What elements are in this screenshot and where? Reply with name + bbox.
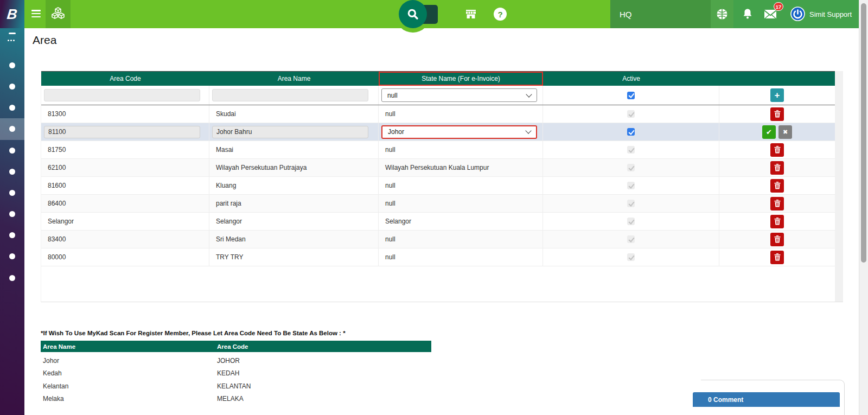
cubes-icon xyxy=(50,6,66,22)
sidebar-more-icon[interactable] xyxy=(8,40,15,41)
mykad-area-name: Kedah xyxy=(41,369,217,377)
new-state-select-value: null xyxy=(387,92,398,99)
mykad-header-area-name: Area Name xyxy=(41,343,217,350)
cell-state-name: null xyxy=(379,105,543,123)
active-checkbox-disabled xyxy=(627,164,635,171)
store-button[interactable] xyxy=(464,8,477,21)
help-button[interactable]: ? xyxy=(494,8,507,21)
cell-area-name: Selangor xyxy=(209,213,379,230)
edit-area-code-input[interactable] xyxy=(44,126,200,138)
modules-button[interactable] xyxy=(46,0,71,28)
sidebar-item-4-active[interactable] xyxy=(9,126,15,132)
new-active-checkbox[interactable] xyxy=(627,92,635,99)
cell-area-name: Masai xyxy=(209,141,379,158)
sidebar-collapse-icon[interactable] xyxy=(9,33,16,34)
mykad-row: Johor JOHOR xyxy=(41,354,431,367)
chevron-down-icon xyxy=(525,127,531,133)
mykad-row: Kedah KEDAH xyxy=(41,367,431,380)
page-scrollbar-thumb[interactable] xyxy=(861,3,866,263)
delete-row-button[interactable] xyxy=(770,107,784,121)
cell-state-name: Wilayah Persekutuan Kuala Lumpur xyxy=(379,159,543,176)
cancel-edit-button[interactable]: ✖ xyxy=(778,125,792,139)
delete-row-button[interactable] xyxy=(770,197,784,210)
brand-letter: B xyxy=(6,6,18,23)
active-checkbox-disabled xyxy=(627,182,635,189)
close-icon: ✖ xyxy=(783,129,788,136)
mykad-row: Kelantan KELANTAN xyxy=(41,380,431,393)
app-window: B xyxy=(0,0,868,415)
sidebar-item-10[interactable] xyxy=(9,253,15,259)
sidebar-item-2[interactable] xyxy=(9,84,15,90)
new-entry-row: null + xyxy=(41,86,835,105)
active-checkbox-disabled xyxy=(627,253,635,261)
user-name[interactable]: Simit Support xyxy=(809,0,852,28)
edit-area-name-input[interactable] xyxy=(212,126,368,138)
page-scrollbar-track[interactable] xyxy=(859,0,868,415)
delete-row-button[interactable] xyxy=(770,233,784,246)
table-row: 80000 TRY TRY null xyxy=(41,248,835,266)
delete-row-button[interactable] xyxy=(770,251,784,264)
table-scrollbar-gutter[interactable] xyxy=(835,71,843,302)
comment-bar[interactable]: 0 Comment xyxy=(693,392,840,407)
table-row-editing: Johor ✔ ✖ xyxy=(41,123,835,141)
active-checkbox-disabled xyxy=(627,200,635,207)
mykad-area-code: KELANTAN xyxy=(217,382,431,390)
delete-row-button[interactable] xyxy=(770,179,784,193)
user-avatar[interactable] xyxy=(790,7,805,21)
plus-icon: + xyxy=(775,90,780,101)
trash-icon xyxy=(774,164,781,171)
table-row: 81750 Masai null xyxy=(41,141,835,159)
cell-state-name: Selangor xyxy=(379,213,543,230)
new-area-code-input[interactable] xyxy=(44,89,200,101)
page-title: Area xyxy=(33,34,56,47)
language-button[interactable] xyxy=(711,0,733,28)
cell-area-name: Skudai xyxy=(209,105,379,123)
add-row-button[interactable]: + xyxy=(770,88,784,102)
mykad-header-area-code: Area Code xyxy=(217,343,431,350)
delete-row-button[interactable] xyxy=(770,215,784,228)
sidebar-item-6[interactable] xyxy=(9,169,15,175)
mykad-row: Melaka MELAKA xyxy=(41,393,431,406)
comment-count-label: 0 Comment xyxy=(708,396,743,404)
notifications-button[interactable] xyxy=(741,8,754,21)
table-row: 62100 Wilayah Persekutuan Putrajaya Wila… xyxy=(41,159,835,177)
sidebar-item-9[interactable] xyxy=(9,232,15,238)
delete-row-button[interactable] xyxy=(770,161,784,175)
new-state-select[interactable]: null xyxy=(381,88,537,102)
sidebar-item-1[interactable] xyxy=(9,62,15,68)
sidebar-item-7[interactable] xyxy=(9,190,15,196)
store-icon xyxy=(464,8,477,21)
mykad-area-name: Johor xyxy=(41,357,217,365)
sidebar-item-5[interactable] xyxy=(9,148,15,154)
trash-icon xyxy=(774,235,781,243)
new-area-name-input[interactable] xyxy=(212,89,368,101)
mykad-note: *If Wish To Use MyKad Scan For Register … xyxy=(41,330,346,336)
sidebar-item-3[interactable] xyxy=(9,105,15,111)
check-icon: ✔ xyxy=(766,128,772,136)
cell-area-code: Selangor xyxy=(41,213,209,230)
confirm-edit-button[interactable]: ✔ xyxy=(762,125,776,139)
mykad-area-code: MELAKA xyxy=(217,395,431,403)
mykad-area-code: JOHOR xyxy=(217,357,431,365)
edit-state-select-highlighted[interactable]: Johor xyxy=(381,125,537,139)
edit-active-checkbox[interactable] xyxy=(627,128,635,136)
sidebar-item-8[interactable] xyxy=(9,211,15,217)
brand-logo[interactable]: B xyxy=(0,0,24,28)
delete-row-button[interactable] xyxy=(770,143,784,157)
mail-badge: 17 xyxy=(774,2,783,11)
table-row: 86400 parit raja null xyxy=(41,195,835,213)
globe-icon xyxy=(716,8,729,21)
menu-toggle-icon[interactable] xyxy=(31,10,41,19)
header-state-name-highlighted[interactable]: State Name (For e-Invoice) xyxy=(379,72,543,86)
header-actions xyxy=(719,72,835,86)
search-button[interactable] xyxy=(399,0,427,28)
cell-state-name: null xyxy=(379,177,543,194)
sidebar-item-11[interactable] xyxy=(9,275,15,281)
edit-state-select-value: Johor xyxy=(388,128,404,136)
question-mark-icon: ? xyxy=(497,10,502,19)
header-active[interactable]: Active xyxy=(543,72,719,86)
trash-icon xyxy=(774,182,781,189)
branch-selector[interactable]: HQ xyxy=(610,0,711,28)
header-area-name[interactable]: Area Name xyxy=(209,72,379,86)
header-area-code[interactable]: Area Code xyxy=(41,72,209,86)
